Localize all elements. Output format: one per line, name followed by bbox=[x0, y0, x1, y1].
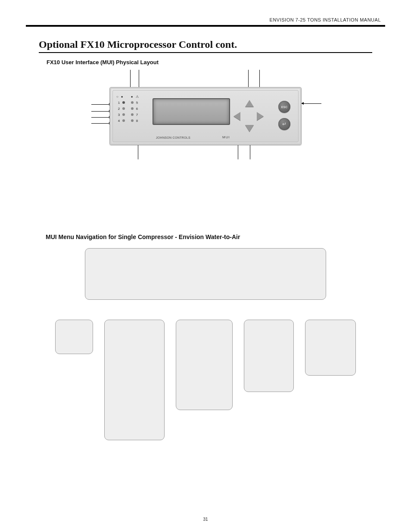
led-row: 4 8 bbox=[116, 118, 139, 124]
mui-device: ○ ● ● ⚠ 1 5 2 bbox=[109, 87, 302, 145]
led-indicator bbox=[122, 113, 125, 116]
status-icon: ● bbox=[121, 95, 123, 99]
nav-box bbox=[176, 320, 233, 410]
status-icon: ● bbox=[131, 95, 133, 99]
enter-button[interactable]: ↵ bbox=[278, 118, 290, 130]
callout-arrow bbox=[302, 103, 321, 104]
callout-arrow bbox=[91, 104, 111, 105]
nav-box bbox=[104, 320, 165, 440]
manual-page: ENVISION 7-25 TONS INSTALLATION MANUAL O… bbox=[0, 0, 411, 532]
status-icon: ○ bbox=[116, 95, 118, 99]
led-indicator bbox=[122, 107, 125, 110]
led-indicator bbox=[131, 107, 134, 110]
dpad bbox=[233, 100, 265, 132]
device-diagram: ○ ● ● ⚠ 1 5 2 bbox=[104, 70, 307, 165]
mui-text: MUI bbox=[222, 135, 230, 139]
arrow-left-button[interactable] bbox=[234, 112, 240, 121]
arrow-up-button[interactable] bbox=[245, 100, 254, 107]
nav-box bbox=[244, 320, 294, 392]
led-label: 2 bbox=[117, 107, 121, 111]
led-label: 4 bbox=[117, 119, 121, 123]
led-row: 3 7 bbox=[116, 112, 139, 118]
brand-label: JOHNSON CONTROLS bbox=[156, 136, 190, 139]
led-row: 1 5 bbox=[116, 100, 139, 106]
doc-header-title: ENVISION 7-25 TONS INSTALLATION MANUAL bbox=[26, 17, 385, 22]
section-title: Optional FX10 Microprocessor Control con… bbox=[39, 39, 372, 53]
nav-children-row bbox=[39, 320, 372, 440]
led-indicator bbox=[122, 119, 125, 122]
lcd-screen bbox=[153, 98, 230, 125]
led-indicator bbox=[131, 113, 134, 116]
nav-box bbox=[55, 320, 93, 354]
led-label: 1 bbox=[117, 101, 121, 105]
enter-icon: ↵ bbox=[282, 121, 286, 127]
nav-box bbox=[305, 320, 356, 376]
esc-label: ESC bbox=[281, 106, 287, 109]
header-rule bbox=[26, 25, 385, 27]
nav-root-box bbox=[85, 248, 326, 300]
arrow-right-button[interactable] bbox=[257, 112, 264, 121]
warning-icon: ⚠ bbox=[136, 95, 139, 99]
led-row: 2 6 bbox=[116, 106, 139, 112]
esc-button[interactable]: ESC bbox=[278, 101, 290, 113]
led-label: 5 bbox=[135, 101, 139, 105]
led-block: ○ ● ● ⚠ 1 5 2 bbox=[116, 95, 139, 124]
led-label: 7 bbox=[135, 113, 139, 117]
layout-subheading: FX10 User Interface (MUI) Physical Layou… bbox=[47, 59, 385, 65]
callout-arrow bbox=[91, 123, 111, 124]
menu-nav-diagram bbox=[39, 248, 372, 440]
led-label: 3 bbox=[117, 113, 121, 117]
device-bezel: ○ ● ● ⚠ 1 5 2 bbox=[112, 90, 299, 142]
nav-subheading: MUI Menu Navigation for Single Compresso… bbox=[46, 233, 385, 240]
arrow-down-button[interactable] bbox=[245, 125, 254, 132]
led-indicator bbox=[131, 119, 134, 122]
led-indicator bbox=[131, 101, 134, 104]
callout-arrow bbox=[91, 111, 111, 112]
led-label: 8 bbox=[135, 119, 139, 123]
led-indicator bbox=[122, 101, 125, 104]
page-number: 31 bbox=[0, 517, 411, 522]
callout-arrow bbox=[91, 117, 111, 118]
led-label: 6 bbox=[135, 107, 139, 111]
status-icon-row: ○ ● ● ⚠ bbox=[116, 95, 139, 99]
